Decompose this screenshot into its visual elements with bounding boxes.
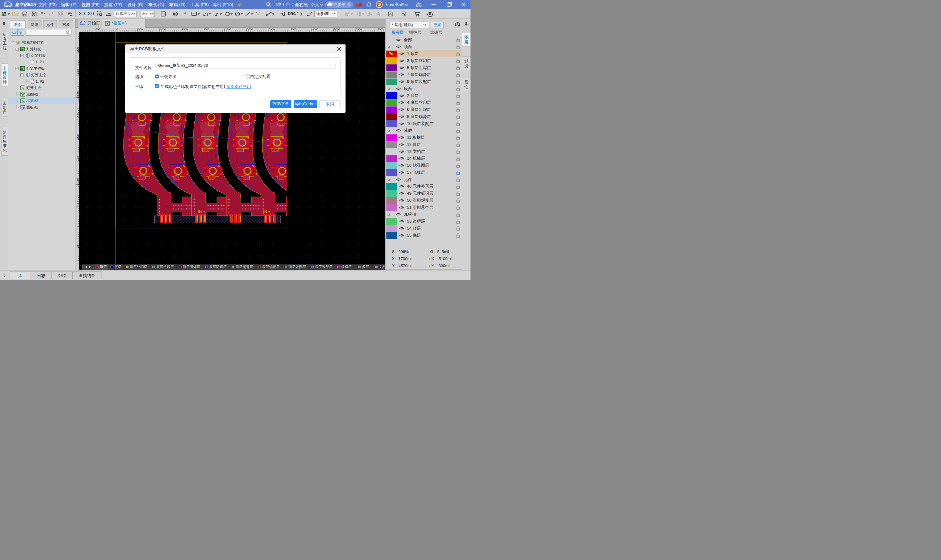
svg-text:2000: 2000 <box>203 28 209 31</box>
svg-text:3000: 3000 <box>247 28 253 31</box>
svg-text:5500: 5500 <box>356 28 362 31</box>
svg-text:1500: 1500 <box>182 28 188 31</box>
svg-text:- IN +: - IN + <box>195 209 205 214</box>
svg-text:1000: 1000 <box>160 28 166 31</box>
svg-text:6000: 6000 <box>378 28 383 31</box>
svg-text:G: G <box>390 13 392 16</box>
svg-text:ILCILCILCIL: ILCILCILCIL <box>165 204 189 209</box>
svg-text:2500: 2500 <box>225 28 231 31</box>
svg-text:-500: -500 <box>95 28 100 31</box>
svg-text:5000: 5000 <box>334 28 340 31</box>
svg-text:4000: 4000 <box>291 28 297 31</box>
svg-text:- IN +: - IN + <box>261 209 271 214</box>
svg-text:0: 0 <box>117 28 118 31</box>
svg-text:500: 500 <box>138 28 143 31</box>
svg-text:3500: 3500 <box>269 28 275 31</box>
svg-text:4500: 4500 <box>312 28 318 31</box>
